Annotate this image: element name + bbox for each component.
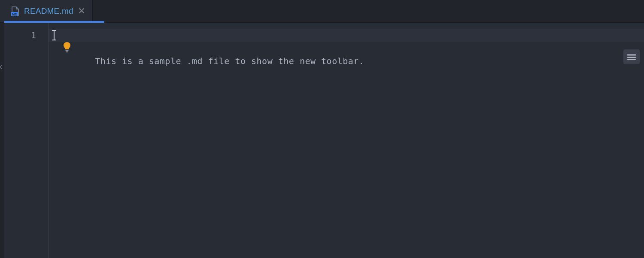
editor-body: 1 This is a sample .md file to show the … (0, 23, 644, 258)
line-number-gutter[interactable]: 1 (4, 23, 48, 258)
soft-wrap-button[interactable] (623, 49, 640, 64)
tab-readme[interactable]: MD README.md (4, 0, 93, 22)
svg-rect-2 (66, 52, 68, 52)
tabbar-left-edge (0, 0, 4, 22)
svg-rect-1 (66, 50, 69, 51)
lightbulb-icon[interactable] (62, 42, 72, 53)
code-area[interactable]: This is a sample .md file to show the ne… (48, 23, 644, 258)
markdown-file-icon: MD (10, 6, 20, 16)
editor-app: MD README.md 1 This is a sample .md file… (0, 0, 644, 258)
code-line-text: This is a sample .md file to show the ne… (95, 56, 364, 66)
text-cursor-icon (51, 30, 57, 40)
text-align-icon (627, 53, 636, 60)
md-badge-text: MD (12, 12, 18, 16)
line-number[interactable]: 1 (4, 29, 48, 42)
close-icon[interactable] (78, 6, 85, 16)
code-line[interactable]: This is a sample .md file to show the ne… (49, 29, 644, 42)
left-gutter-edge (0, 23, 4, 258)
tab-bar: MD README.md (0, 0, 644, 23)
tab-title: README.md (24, 6, 73, 16)
fold-chevron-icon[interactable] (0, 64, 3, 71)
